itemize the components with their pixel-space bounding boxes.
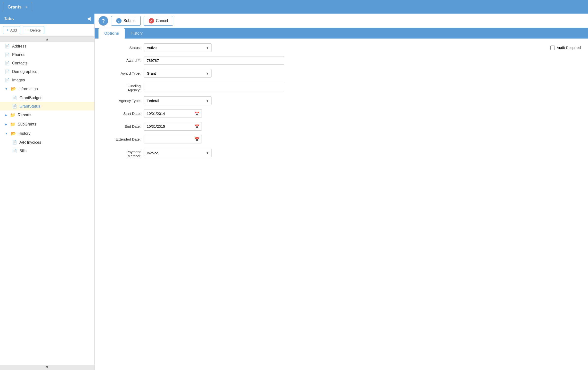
sidebar-item-bills[interactable]: 📄 Bills (0, 147, 94, 155)
content-area: ? ✓ Submit ✕ Cancel Options History (94, 14, 588, 370)
award-type-select[interactable]: Grant Contract Cooperative Agreement (144, 69, 211, 78)
sidebar-item-information[interactable]: ▼ 📂 Information (0, 84, 94, 93)
cancel-x-icon: ✕ (149, 18, 154, 23)
sidebar-item-label: Demographics (12, 70, 37, 74)
content-toolbar: ? ✓ Submit ✕ Cancel (94, 14, 588, 28)
sidebar-item-label: Information (18, 87, 38, 91)
file-icon: 📄 (5, 69, 10, 74)
sidebar-item-phones[interactable]: 📄 Phones (0, 50, 94, 59)
form-content: Status: Active Inactive Pending Closed ▼… (94, 39, 588, 370)
sidebar-item-address[interactable]: 📄 Address (0, 42, 94, 50)
tab-options[interactable]: Options (98, 28, 125, 39)
end-date-row: End Date: 📅 (102, 122, 581, 130)
status-select-wrapper: Active Inactive Pending Closed ▼ (144, 43, 211, 52)
folder-open-icon: 📂 (11, 131, 16, 136)
payment-method-select-wrapper: Invoice Reimbursement Advance ▼ (144, 149, 211, 157)
help-icon: ? (102, 18, 105, 24)
award-type-label: Award Type: (102, 71, 141, 75)
sidebar-item-images[interactable]: 📄 Images (0, 76, 94, 84)
award-num-label: Award #: (102, 58, 141, 62)
main-layout: Tabs ◀ + Add − Delete ▲ 📄 Address 📄 Ph (0, 14, 588, 370)
file-icon: 📄 (12, 104, 17, 109)
extended-date-wrapper: 📅 (144, 135, 202, 143)
status-row: Status: Active Inactive Pending Closed ▼… (102, 43, 581, 52)
extended-date-input[interactable] (144, 135, 202, 143)
sidebar-item-grantstatus[interactable]: 📄 GrantStatus (0, 102, 94, 110)
sidebar-item-label: Contacts (12, 61, 27, 65)
sidebar-item-label: GrantBudget (19, 96, 42, 100)
tab-options-label: Options (104, 31, 119, 35)
agency-type-label: Agency Type: (102, 99, 141, 103)
agency-type-select[interactable]: Federal State Local Private (144, 96, 211, 105)
sidebar: Tabs ◀ + Add − Delete ▲ 📄 Address 📄 Ph (0, 14, 94, 370)
file-icon: 📄 (5, 44, 10, 49)
scroll-down-arrow[interactable]: ▼ (0, 365, 94, 370)
delete-label: Delete (30, 28, 41, 32)
funding-agency-input[interactable] (144, 83, 284, 91)
sidebar-item-demographics[interactable]: 📄 Demographics (0, 67, 94, 76)
add-button[interactable]: + Add (3, 26, 20, 34)
collapse-down-icon: ▼ (5, 132, 8, 135)
scroll-up-arrow[interactable]: ▲ (0, 37, 94, 42)
end-date-wrapper: 📅 (144, 122, 202, 130)
funding-agency-label: FundingAgency: (102, 82, 141, 92)
delete-button[interactable]: − Delete (23, 26, 44, 34)
submit-label: Submit (124, 19, 136, 23)
sidebar-title: Tabs (4, 16, 14, 21)
file-icon: 📄 (5, 61, 10, 65)
sidebar-item-label: Reports (18, 113, 31, 117)
folder-closed-icon: 📁 (10, 112, 15, 118)
sidebar-item-subgrants[interactable]: ▶ 📁 SubGrants (0, 120, 94, 129)
award-num-row: Award #: (102, 56, 581, 65)
title-bar: Grants × (0, 0, 588, 14)
sidebar-item-label: Images (12, 78, 25, 82)
payment-method-label: PaymentMethod: (102, 148, 141, 158)
help-button[interactable]: ? (98, 16, 108, 26)
end-date-label: End Date: (102, 124, 141, 129)
sidebar-item-history-folder[interactable]: ▼ 📂 History (0, 129, 94, 138)
file-icon: 📄 (12, 140, 17, 145)
submit-button[interactable]: ✓ Submit (111, 16, 141, 26)
sidebar-list: 📄 Address 📄 Phones 📄 Contacts 📄 Demograp… (0, 42, 94, 365)
grants-tab[interactable]: Grants × (3, 3, 32, 11)
audit-required-label: Audit Required (557, 46, 581, 50)
award-type-select-wrapper: Grant Contract Cooperative Agreement ▼ (144, 69, 211, 78)
tab-history-label: History (130, 31, 143, 35)
sidebar-item-label: SubGrants (18, 122, 36, 127)
folder-open-icon: 📂 (11, 86, 16, 92)
sidebar-item-contacts[interactable]: 📄 Contacts (0, 59, 94, 67)
end-date-input[interactable] (144, 122, 202, 130)
expand-right-icon: ▶ (5, 123, 7, 126)
start-date-row: Start Date: 📅 (102, 109, 581, 118)
sidebar-item-reports[interactable]: ▶ 📁 Reports (0, 110, 94, 120)
agency-type-select-wrapper: Federal State Local Private ▼ (144, 96, 211, 105)
file-icon: 📄 (5, 78, 10, 82)
start-date-label: Start Date: (102, 111, 141, 116)
collapse-down-icon: ▼ (5, 87, 8, 91)
agency-type-row: Agency Type: Federal State Local Private… (102, 96, 581, 105)
file-icon: 📄 (12, 95, 17, 100)
sidebar-header: Tabs ◀ (0, 14, 94, 24)
extended-date-row: Extended Date: 📅 (102, 135, 581, 143)
extended-date-label: Extended Date: (102, 137, 141, 141)
sidebar-item-ar-invoices[interactable]: 📄 A/R Invoices (0, 138, 94, 147)
collapse-arrow-icon[interactable]: ◀ (87, 16, 91, 21)
audit-required-checkbox[interactable] (550, 46, 555, 50)
award-num-input[interactable] (144, 56, 284, 65)
sidebar-item-label: Phones (12, 53, 25, 57)
minus-icon: − (26, 28, 29, 32)
audit-section: Audit Required (550, 46, 581, 50)
sidebar-item-label: GrantStatus (19, 104, 40, 109)
plus-icon: + (7, 28, 9, 32)
status-select[interactable]: Active Inactive Pending Closed (144, 43, 211, 52)
cancel-button[interactable]: ✕ Cancel (144, 16, 173, 26)
start-date-input[interactable] (144, 109, 202, 118)
file-icon: 📄 (12, 149, 17, 153)
payment-method-select[interactable]: Invoice Reimbursement Advance (144, 149, 211, 157)
close-icon[interactable]: × (25, 5, 27, 9)
sidebar-item-grantbudget[interactable]: 📄 GrantBudget (0, 93, 94, 102)
sidebar-item-label: Bills (19, 149, 26, 153)
cancel-label: Cancel (156, 19, 168, 23)
tab-history[interactable]: History (125, 28, 148, 39)
sidebar-toolbar: + Add − Delete (0, 24, 94, 37)
